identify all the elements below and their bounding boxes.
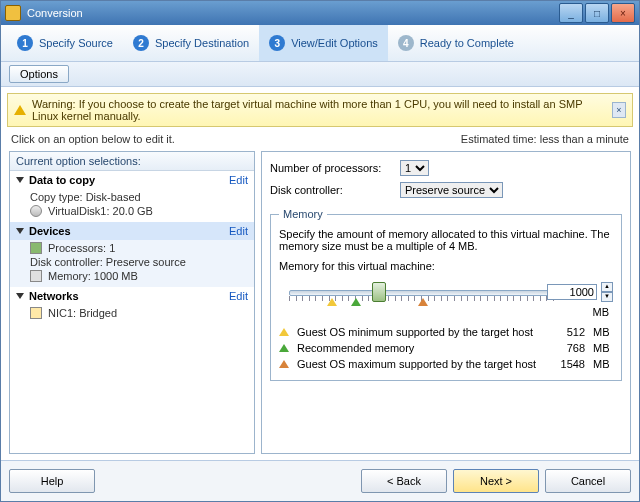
warning-icon: [14, 105, 26, 115]
step-number-icon: 2: [133, 35, 149, 51]
memory-slider[interactable]: ▲▼: [279, 276, 613, 310]
step-label: Specify Source: [39, 37, 113, 49]
memory-legend: Memory: [279, 208, 327, 220]
chevron-down-icon: [16, 228, 24, 234]
slider-marker: [418, 298, 428, 306]
list-item[interactable]: Memory: 1000 MB: [30, 269, 248, 283]
step-number-icon: 3: [269, 35, 285, 51]
titlebar[interactable]: Conversion _ □ ×: [1, 1, 639, 25]
step-label: View/Edit Options: [291, 37, 378, 49]
legend-row: Recommended memory768MB: [279, 340, 613, 356]
cpu-icon: [30, 242, 42, 254]
disk-controller-label: Disk controller:: [270, 184, 390, 196]
processors-select[interactable]: 1: [400, 160, 429, 176]
warning-close-button[interactable]: ×: [612, 102, 626, 118]
detail-panel: Number of processors: 1 Disk controller:…: [261, 151, 631, 454]
processors-label: Number of processors:: [270, 162, 390, 174]
memory-spinner[interactable]: ▲▼: [601, 282, 613, 302]
legend-row: Guest OS minimum supported by the target…: [279, 324, 613, 340]
edit-link[interactable]: Edit: [229, 225, 248, 237]
wizard-step-options[interactable]: 3 View/Edit Options: [259, 25, 388, 61]
marker-icon: [279, 344, 289, 352]
step-label: Ready to Complete: [420, 37, 514, 49]
legend-unit: MB: [593, 358, 613, 370]
section-title: Data to copy: [29, 174, 95, 186]
legend-text: Guest OS minimum supported by the target…: [297, 326, 537, 338]
cancel-button[interactable]: Cancel: [545, 469, 631, 493]
options-bar: Options: [1, 62, 639, 87]
next-button[interactable]: Next >: [453, 469, 539, 493]
slider-thumb[interactable]: [372, 282, 386, 302]
marker-icon: [279, 360, 289, 368]
memory-help-text: Specify the amount of memory allocated t…: [279, 228, 613, 252]
step-number-icon: 1: [17, 35, 33, 51]
disk-controller-select[interactable]: Preserve source: [400, 182, 503, 198]
chevron-down-icon: [16, 293, 24, 299]
close-button[interactable]: ×: [611, 3, 635, 23]
warning-text: Warning: If you choose to create the tar…: [32, 98, 606, 122]
warning-bar: Warning: If you choose to create the tar…: [7, 93, 633, 127]
panel-title: Current option selections:: [10, 152, 254, 171]
slider-marker: [327, 298, 337, 306]
app-icon: [5, 5, 21, 21]
section-networks[interactable]: Networks Edit: [10, 287, 254, 305]
list-item[interactable]: Copy type: Disk-based: [30, 190, 248, 204]
nic-icon: [30, 307, 42, 319]
options-button[interactable]: Options: [9, 65, 69, 83]
legend-unit: MB: [593, 342, 613, 354]
step-label: Specify Destination: [155, 37, 249, 49]
list-item[interactable]: Disk controller: Preserve source: [30, 255, 248, 269]
step-number-icon: 4: [398, 35, 414, 51]
section-devices[interactable]: Devices Edit: [10, 222, 254, 240]
legend-text: Guest OS maximum supported by the target…: [297, 358, 537, 370]
maximize-button[interactable]: □: [585, 3, 609, 23]
section-title: Networks: [29, 290, 79, 302]
disk-icon: [30, 205, 42, 217]
footer: Help < Back Next > Cancel: [1, 460, 639, 501]
slider-marker: [351, 298, 361, 306]
list-item[interactable]: Processors: 1: [30, 241, 248, 255]
legend-row: Guest OS maximum supported by the target…: [279, 356, 613, 372]
wizard-step-source[interactable]: 1 Specify Source: [7, 25, 123, 61]
help-button[interactable]: Help: [9, 469, 95, 493]
section-title: Devices: [29, 225, 71, 237]
estimate-text: Estimated time: less than a minute: [461, 133, 629, 145]
legend-value: 512: [545, 326, 585, 338]
instruction-text: Click on an option below to edit it.: [11, 133, 175, 145]
back-button[interactable]: < Back: [361, 469, 447, 493]
list-item[interactable]: NIC1: Bridged: [30, 306, 248, 320]
edit-link[interactable]: Edit: [229, 174, 248, 186]
memory-icon: [30, 270, 42, 282]
marker-icon: [279, 328, 289, 336]
memory-input[interactable]: [547, 284, 597, 300]
memory-field-label: Memory for this virtual machine:: [279, 260, 613, 272]
legend-text: Recommended memory: [297, 342, 537, 354]
minimize-button[interactable]: _: [559, 3, 583, 23]
legend-value: 768: [545, 342, 585, 354]
legend-unit: MB: [593, 326, 613, 338]
chevron-down-icon: [16, 177, 24, 183]
options-list-panel: Current option selections: Data to copy …: [9, 151, 255, 454]
edit-link[interactable]: Edit: [229, 290, 248, 302]
wizard-steps: 1 Specify Source 2 Specify Destination 3…: [1, 25, 639, 62]
legend-value: 1548: [545, 358, 585, 370]
section-data-to-copy[interactable]: Data to copy Edit: [10, 171, 254, 189]
memory-group: Memory Specify the amount of memory allo…: [270, 208, 622, 381]
window-title: Conversion: [27, 7, 83, 19]
list-item[interactable]: VirtualDisk1: 20.0 GB: [30, 204, 248, 218]
wizard-step-ready[interactable]: 4 Ready to Complete: [388, 25, 524, 61]
wizard-step-destination[interactable]: 2 Specify Destination: [123, 25, 259, 61]
